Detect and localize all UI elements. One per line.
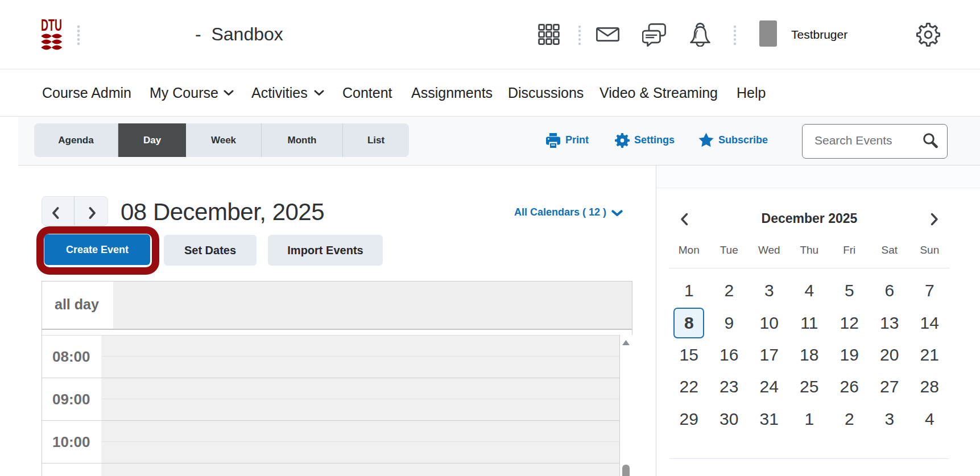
svg-text:DTU: DTU: [41, 18, 62, 34]
